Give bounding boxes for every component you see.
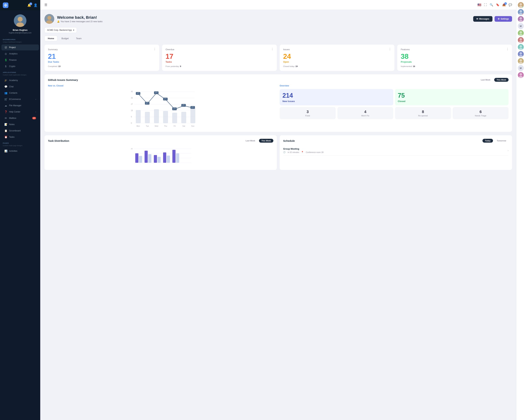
sidebar-item-ecommerce[interactable]: 🛒 ECommerce › (1, 96, 39, 102)
tab-team[interactable]: Team (73, 36, 85, 41)
sidebar-user-avatar[interactable] (14, 14, 27, 27)
github-last-week-btn[interactable]: Last Week (478, 78, 493, 82)
svg-text:18: 18 (131, 110, 133, 112)
svg-text:Thu: Thu (164, 125, 167, 127)
messages-button[interactable]: ✉ Messages (473, 16, 492, 22)
fixed-label: Fixed (281, 115, 334, 117)
project-selector[interactable]: ACME Corp. Backend App ▾ (45, 27, 77, 33)
section-dashboards-sub: Unique dashboard designs (0, 41, 40, 44)
stat-label-issues: Open (283, 61, 391, 63)
svg-rect-68 (172, 150, 176, 163)
svg-text:Tue: Tue (146, 125, 149, 127)
stat-footer-issues: Closed today: 19 (283, 65, 391, 67)
sidebar-item-academy[interactable]: 🎓 Academy (1, 77, 39, 83)
stat-more-menu-overdue[interactable]: ⋮ (271, 47, 274, 51)
sidebar-item-project[interactable]: ☑ Project (1, 45, 39, 50)
finance-icon: 💲 (4, 59, 7, 61)
right-avatar-4[interactable] (518, 30, 524, 36)
bookmark-icon[interactable]: 🔖 (496, 3, 499, 7)
svg-rect-67 (167, 156, 170, 163)
chevron-down-icon: ▾ (73, 29, 74, 31)
language-flag-icon[interactable]: 🇺🇸 (478, 3, 481, 7)
topbar-right: 🇺🇸 ⛶ 🔍 🔖 📥 5 💬 (478, 3, 512, 7)
sidebar-item-tasks[interactable]: ⏰ Tasks (1, 134, 39, 140)
inbox-icon[interactable]: 📥 5 (502, 3, 506, 7)
github-this-week-btn[interactable]: This Week (494, 78, 508, 82)
chevron-right-icon: › (36, 98, 36, 100)
svg-point-46 (183, 105, 184, 106)
sidebar-item-finance[interactable]: 💲 Finance (1, 57, 39, 63)
welcome-text: Welcome back, Brian! 🔔 You have 2 new me… (57, 15, 103, 23)
task-this-week-btn[interactable]: This Week (259, 139, 273, 143)
sidebar-item-label: Finance (9, 59, 17, 61)
menu-hamburger-icon[interactable]: ☰ (45, 3, 47, 7)
tab-home[interactable]: Home (45, 36, 57, 41)
closed-label: Closed (398, 100, 405, 103)
project-selector-label: ACME Corp. Backend App (47, 29, 72, 31)
tab-budget[interactable]: Budget (58, 36, 72, 41)
search-icon[interactable]: 🔍 (490, 3, 493, 7)
tabs: Home Budget Team (45, 36, 512, 41)
svg-text:9: 9 (131, 116, 132, 118)
right-avatar-3[interactable]: M (518, 23, 524, 29)
schedule-today-btn[interactable]: Today (482, 139, 493, 143)
right-avatar-6[interactable] (518, 44, 524, 50)
sidebar-item-mailbox[interactable]: ✉ Mailbox 27 (1, 115, 39, 121)
mailbox-badge: 27 (32, 117, 36, 119)
activities-icon: 📊 (4, 150, 7, 152)
chat-topbar-icon[interactable]: 💬 (508, 3, 512, 7)
right-avatar-8[interactable] (518, 58, 524, 64)
svg-rect-63 (148, 154, 151, 163)
task-last-week-btn[interactable]: Last Week (243, 139, 258, 143)
welcome-left: Welcome back, Brian! 🔔 You have 2 new me… (45, 14, 103, 24)
sidebar-item-crypto[interactable]: $ Crypto (1, 63, 39, 69)
right-avatar-9[interactable]: M (518, 65, 524, 71)
app-logo[interactable] (3, 2, 8, 8)
right-avatar-5[interactable] (518, 37, 524, 43)
stat-card-issues: Issues ⋮ 24 Open Closed today: 19 (280, 45, 394, 71)
sidebar-item-helpcenter[interactable]: ❓ Help Center › (1, 109, 39, 115)
right-avatar-7[interactable] (518, 51, 524, 57)
ecommerce-icon: 🛒 (4, 98, 7, 101)
svg-text:27: 27 (131, 103, 133, 105)
tasks-icon: ⏰ (4, 136, 7, 139)
fullscreen-icon[interactable]: ⛶ (484, 3, 487, 7)
sidebar-item-notes[interactable]: 📝 Notes (1, 121, 39, 127)
sidebar-item-contacts[interactable]: 👥 Contacts (1, 90, 39, 96)
right-avatar-1[interactable] (518, 9, 524, 15)
settings-button[interactable]: ⚙ Settings (495, 16, 512, 22)
sidebar-item-scrumboard[interactable]: 📋 Scrumboard (1, 128, 39, 134)
mini-card-fixed: 3 Fixed (280, 107, 336, 119)
sidebar: 🔔 3 👤 Brian Hughes hughes.brian@company.… (0, 0, 40, 420)
schedule-tomorrow-btn[interactable]: Tomorrow (494, 139, 508, 143)
sidebar-item-analytics[interactable]: ◎ Analytics (1, 51, 39, 57)
online-dot (522, 7, 524, 8)
offline-dot (522, 13, 524, 15)
stat-more-menu-summary[interactable]: ⋮ (153, 47, 156, 51)
stat-card-features: Features ⋮ 38 Proposals Implemented: 16 (397, 45, 512, 71)
svg-rect-65 (158, 157, 161, 163)
section-pages-label: PAGES (0, 140, 40, 145)
right-avatar-2[interactable] (518, 16, 524, 22)
task-dist-title: Task Distribution (48, 139, 69, 142)
sidebar-item-label: ECommerce (9, 98, 21, 101)
sidebar-item-activities[interactable]: 📊 Activities (1, 148, 39, 154)
stat-more-menu-features[interactable]: ⋮ (506, 47, 509, 51)
right-avatar-0[interactable] (518, 2, 524, 8)
chevron-right-icon-help: › (36, 111, 36, 113)
sidebar-item-chat[interactable]: 💬 Chat (1, 84, 39, 90)
chevron-right-schedule-icon[interactable]: › (508, 149, 508, 152)
sidebar-top-icons: 🔔 3 👤 (27, 3, 38, 7)
notification-bell-icon[interactable]: 🔔 3 (27, 3, 31, 7)
overview-label: Overview (280, 84, 508, 87)
svg-point-41 (138, 93, 139, 94)
sidebar-item-filemanager[interactable]: ☁ File Manager (1, 103, 39, 109)
overview-mini-cards: 3 Fixed 4 Won't Fix 8 Re-opened 6 (280, 107, 508, 119)
right-avatar-10[interactable] (518, 72, 524, 78)
svg-point-78 (520, 38, 522, 41)
user-icon[interactable]: 👤 (34, 3, 38, 7)
svg-rect-64 (154, 155, 157, 163)
svg-text:0: 0 (131, 122, 132, 124)
stat-more-menu-issues[interactable]: ⋮ (388, 47, 392, 51)
new-issues-number: 214 (282, 92, 293, 99)
